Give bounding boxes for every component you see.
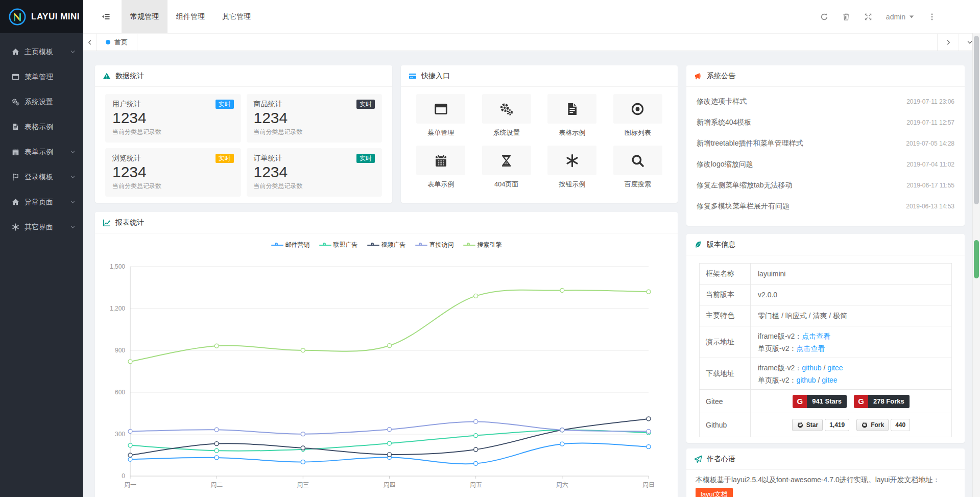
quick-entry[interactable]: 404页面 <box>474 146 540 189</box>
module-tab[interactable]: 其它管理 <box>213 0 259 33</box>
open-tabs: 首页 <box>97 34 137 51</box>
refresh-icon[interactable] <box>820 13 828 21</box>
octocat-icon <box>797 421 804 429</box>
top-header: 常规管理组件管理其它管理 admin <box>83 0 980 33</box>
sidebar-item-label: 其它界面 <box>25 223 53 232</box>
dotcircle-icon <box>631 102 644 116</box>
announcement-text: 修改logo缩放问题 <box>697 160 753 169</box>
scrollbar-thumb-accent[interactable] <box>974 240 979 278</box>
svg-text:周日: 周日 <box>642 481 655 488</box>
version-info-card: 版本信息 框架名称 layuimini 当前版本 v2.0.0 <box>686 234 965 443</box>
quick-entry[interactable]: 百度搜索 <box>605 146 671 189</box>
sidebar-menu: 主页模板 菜单管理 系统设置 <box>0 33 83 240</box>
announcement-row: 修改选项卡样式 2019-07-11 23:06 <box>697 91 954 112</box>
stat-description: 当前分类总记录数 <box>112 128 234 136</box>
download-github-link[interactable]: github <box>802 364 821 372</box>
download-github-link[interactable]: github <box>796 376 816 384</box>
stat-box: 订单统计 实时 1234 当前分类总记录数 <box>247 148 383 197</box>
gears-icon <box>499 102 513 116</box>
stat-label: 浏览统计 <box>112 154 141 163</box>
sidebar-item[interactable]: 菜单管理 <box>0 64 83 89</box>
tab-home[interactable]: 首页 <box>97 34 137 51</box>
quick-entry[interactable]: 系统设置 <box>474 94 540 137</box>
legend-item[interactable]: 搜索引擎 <box>463 241 502 249</box>
row-label: 主要特色 <box>700 305 751 326</box>
sidebar-item[interactable]: 异常页面 <box>0 190 83 215</box>
demo-iframe-link[interactable]: 点击查看 <box>802 332 830 340</box>
stat-value: 1234 <box>112 163 234 181</box>
svg-text:周三: 周三 <box>297 481 309 488</box>
quick-entry[interactable]: 表单示例 <box>408 146 474 189</box>
current-version: v2.0.0 <box>758 289 944 301</box>
download-gitee-link[interactable]: gitee <box>822 376 837 384</box>
quick-entry[interactable]: 表格示例 <box>539 94 605 137</box>
tab-scroll-right-icon[interactable] <box>937 34 959 51</box>
tab-scroll-left-icon[interactable] <box>83 34 97 51</box>
chevron-down-icon <box>70 174 76 180</box>
layui-doc-badge[interactable]: layui文档 <box>696 488 733 497</box>
quick-entry-label: 系统设置 <box>474 128 540 137</box>
sidebar-item-label: 系统设置 <box>25 98 53 107</box>
github-star-badge[interactable]: Star 1,419 <box>792 419 849 431</box>
demo-spa-link[interactable]: 点击查看 <box>796 344 825 352</box>
flag-icon <box>11 173 20 181</box>
main-area: 常规管理组件管理其它管理 admin <box>83 0 980 497</box>
author-words-card: 作者心语 本模板基于layui2.5.4以及font-awesome-4.7.0… <box>686 448 965 497</box>
quick-entry-box <box>547 146 596 175</box>
svg-text:周四: 周四 <box>384 481 396 488</box>
stat-value: 1234 <box>112 109 234 127</box>
legend-item[interactable]: 邮件营销 <box>271 241 310 249</box>
user-dropdown[interactable]: admin <box>886 13 914 21</box>
sidebar-item[interactable]: 系统设置 <box>0 89 83 114</box>
warning-triangle-icon <box>103 72 111 80</box>
tab-label: 首页 <box>114 38 128 47</box>
quick-entry[interactable]: 图标列表 <box>605 94 671 137</box>
sidebar-item-label: 表格示例 <box>25 123 53 132</box>
module-tab[interactable]: 常规管理 <box>122 0 168 33</box>
github-fork-badge[interactable]: Fork 440 <box>856 419 910 431</box>
download-gitee-link[interactable]: gitee <box>827 364 843 372</box>
sidebar-item[interactable]: 表格示例 <box>0 114 83 139</box>
quick-entry-box <box>613 94 662 124</box>
row-label: 演示地址 <box>700 326 751 358</box>
quick-entry-box <box>416 146 465 175</box>
table-row: 下载地址 iframe版-v2：github / gitee 单页版-v2：gi… <box>700 358 951 390</box>
announcement-row: 新增系统404模板 2019-07-11 12:57 <box>697 112 954 133</box>
svg-text:周五: 周五 <box>470 481 482 488</box>
legend-item[interactable]: 联盟广告 <box>319 241 358 249</box>
hourglass-icon <box>499 154 513 168</box>
module-tab[interactable]: 组件管理 <box>168 0 213 33</box>
sidebar-fold-icon[interactable] <box>102 12 110 21</box>
version-table: 框架名称 layuimini 当前版本 v2.0.0 主要特色 零门槛 / 响应… <box>699 263 952 437</box>
chevron-down-icon <box>70 224 76 230</box>
more-options-icon[interactable] <box>928 13 936 21</box>
announcement-date: 2019-07-11 12:57 <box>906 119 954 126</box>
realtime-badge: 实时 <box>356 154 375 163</box>
announcement-text: 新增treetable插件和菜单管理样式 <box>697 139 803 148</box>
quick-entry[interactable]: 按钮示例 <box>539 146 605 189</box>
scrollbar-thumb[interactable] <box>974 36 979 204</box>
announcement-row: 新增treetable插件和菜单管理样式 2019-07-05 14:28 <box>697 133 954 154</box>
gitee-forks-badge[interactable]: G 278 Forks <box>854 395 910 408</box>
page-content: 数据统计 用户统计 实时 1234 当前分类总记录数 <box>83 52 980 497</box>
stat-box: 用户统计 实时 1234 当前分类总记录数 <box>105 94 241 143</box>
chevron-down-icon <box>70 49 76 55</box>
quick-entry[interactable]: 菜单管理 <box>408 94 474 137</box>
legend-item[interactable]: 直接访问 <box>415 241 454 249</box>
sidebar-item[interactable]: 表单示例 <box>0 139 83 164</box>
sidebar-item[interactable]: 其它界面 <box>0 215 83 240</box>
sidebar-item[interactable]: 登录模板 <box>0 164 83 190</box>
chevron-down-icon <box>70 199 76 205</box>
calendar-icon <box>434 154 448 168</box>
fullscreen-icon[interactable] <box>864 13 872 21</box>
card-title: 版本信息 <box>707 240 735 249</box>
quick-entry-label: 图标列表 <box>605 128 671 137</box>
logo[interactable]: LAYUI MINI <box>0 0 83 33</box>
clear-cache-trash-icon[interactable] <box>842 13 850 21</box>
paper-plane-icon <box>694 455 702 463</box>
sidebar-item[interactable]: 主页模板 <box>0 39 83 64</box>
gitee-stars-badge[interactable]: G 941 Stars <box>793 395 847 408</box>
table-row: 演示地址 iframe版-v2：点击查看 单页版-v2：点击查看 <box>700 326 951 358</box>
page-scrollbar <box>972 33 980 497</box>
legend-item[interactable]: 视频广告 <box>367 241 406 249</box>
